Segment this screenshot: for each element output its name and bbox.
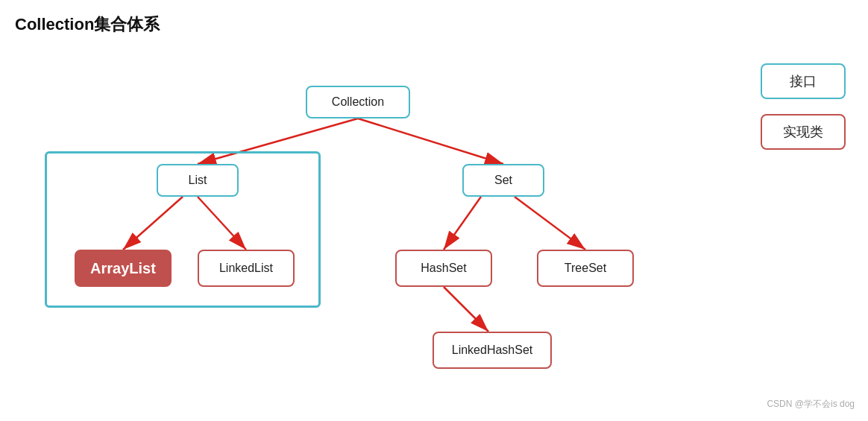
node-treeset: TreeSet — [537, 250, 634, 287]
svg-line-2 — [358, 118, 503, 164]
node-hashset: HashSet — [395, 250, 492, 287]
svg-line-6 — [515, 197, 585, 250]
node-collection: Collection — [306, 86, 410, 118]
watermark: CSDN @学不会is dog — [767, 398, 855, 411]
page-title: Collection集合体系 — [0, 0, 868, 36]
node-arraylist: ArrayList — [75, 250, 172, 287]
legend-interface: 接口 — [761, 63, 846, 99]
svg-line-7 — [444, 287, 488, 332]
svg-line-5 — [444, 197, 481, 250]
legend-impl: 实现类 — [761, 114, 846, 150]
node-linkedlist: LinkedList — [198, 250, 295, 287]
legend-area: 接口 实现类 — [761, 63, 846, 150]
diagram-area: Collection List Set ArrayList LinkedList… — [0, 41, 868, 421]
node-set: Set — [462, 164, 544, 197]
node-linkedhashset: LinkedHashSet — [433, 332, 552, 369]
node-list: List — [157, 164, 239, 197]
